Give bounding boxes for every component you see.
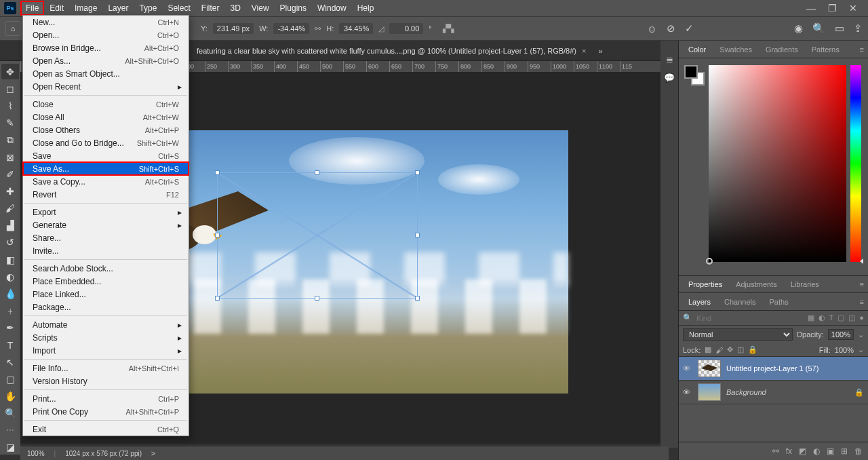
file-menu-close[interactable]: CloseCtrl+W (23, 98, 189, 111)
healing-brush-tool-icon[interactable]: ✚ (1, 183, 19, 199)
transform-handle[interactable] (215, 233, 220, 237)
layer-row[interactable]: 👁 Background 🔒 (679, 381, 868, 404)
frame-tool-icon[interactable]: ⊠ (1, 149, 19, 165)
menu-window[interactable]: Window (312, 1, 352, 16)
file-menu-export[interactable]: Export▸ (23, 206, 189, 218)
file-menu-print[interactable]: Print...Ctrl+P (23, 392, 189, 405)
chevron-down-icon[interactable]: ⌄ (858, 345, 864, 354)
filter-pixel-icon[interactable]: ▦ (808, 313, 814, 322)
color-cursor[interactable] (706, 258, 713, 265)
menu-plugins[interactable]: Plugins (275, 1, 312, 16)
y-value[interactable]: 231.49 px (213, 23, 254, 34)
window-minimize-icon[interactable]: — (806, 3, 816, 14)
layer-thumbnail[interactable] (698, 383, 721, 401)
close-tab-icon[interactable]: × (582, 47, 586, 55)
file-menu-package[interactable]: Package... (23, 301, 189, 313)
crop-tool-icon[interactable]: ⧉ (1, 132, 19, 148)
layer-row[interactable]: 👁 Untitled project-Layer 1 (57) (679, 357, 868, 381)
transform-handle[interactable] (315, 296, 319, 301)
panel-menu-icon[interactable]: ≡ (860, 298, 864, 306)
lock-transparency-icon[interactable]: ▩ (705, 345, 711, 354)
panel-menu-icon[interactable]: ≡ (860, 45, 864, 54)
path-select-tool-icon[interactable]: ↖ (1, 354, 19, 370)
menu-view[interactable]: View (246, 1, 275, 16)
transform-handle[interactable] (315, 170, 319, 175)
visibility-toggle-icon[interactable]: 👁 (683, 364, 692, 372)
eraser-tool-icon[interactable]: ◧ (1, 252, 19, 267)
comments-panel-icon[interactable]: 💬 (664, 73, 675, 83)
h-value[interactable]: 34.45% (339, 23, 373, 34)
file-menu-place-embedded[interactable]: Place Embedded... (23, 275, 189, 288)
filter-smart-icon[interactable]: ◫ (848, 313, 855, 322)
history-panel-icon[interactable]: ≣ (666, 54, 673, 64)
tab-libraries[interactable]: Libraries (785, 277, 825, 291)
opacity-value[interactable]: 100% (828, 329, 854, 340)
home-icon[interactable]: ⌂ (5, 21, 20, 36)
layer-name[interactable]: Background (726, 388, 849, 396)
file-menu-save-a-copy[interactable]: Save a Copy...Alt+Ctrl+S (23, 175, 189, 188)
file-menu-file-info[interactable]: File Info...Alt+Shift+Ctrl+I (23, 362, 189, 375)
file-menu-open-recent[interactable]: Open Recent▸ (23, 80, 189, 93)
tab-patterns[interactable]: Patterns (806, 43, 845, 56)
chevron-right-icon[interactable]: > (151, 450, 155, 457)
color-picker[interactable] (679, 58, 868, 275)
file-menu-browse-in-bridge[interactable]: Browse in Bridge...Alt+Ctrl+O (23, 41, 189, 54)
lock-artboard-icon[interactable]: ◫ (737, 345, 744, 354)
tab-adjustments[interactable]: Adjustments (730, 277, 783, 291)
search-icon[interactable]: 🔍 (812, 22, 825, 35)
color-field[interactable] (709, 65, 846, 262)
layer-style-icon[interactable]: fx (786, 446, 792, 456)
file-menu-new[interactable]: New...Ctrl+N (23, 16, 189, 28)
fill-value[interactable]: 100% (835, 346, 854, 354)
adjustment-layer-icon[interactable]: ◐ (813, 446, 820, 456)
group-icon[interactable]: ▣ (827, 446, 834, 456)
file-menu-revert[interactable]: RevertF12 (23, 188, 189, 201)
tab-swatches[interactable]: Swatches (714, 43, 757, 56)
cloud-user-icon[interactable]: ◉ (794, 22, 803, 35)
link-layers-icon[interactable]: ⚯ (772, 446, 779, 456)
filter-type-icon[interactable]: T (829, 313, 834, 322)
file-menu-version-history[interactable]: Version History (23, 375, 189, 387)
menu-layer[interactable]: Layer (102, 1, 134, 16)
history-brush-tool-icon[interactable]: ↺ (1, 235, 19, 250)
menu-type[interactable]: Type (134, 1, 162, 16)
tab-overflow-icon[interactable]: » (598, 47, 602, 55)
menu-edit[interactable]: Edit (44, 1, 69, 16)
menu-image[interactable]: Image (69, 1, 102, 16)
file-menu-open-as-smart-object[interactable]: Open as Smart Object... (23, 67, 189, 80)
tab-channels[interactable]: Channels (719, 295, 761, 309)
window-restore-icon[interactable]: ❐ (828, 3, 837, 14)
foreground-color-swatch[interactable] (684, 65, 698, 79)
file-menu-save-as[interactable]: Save As...Shift+Ctrl+S (23, 162, 189, 175)
layer-mask-icon[interactable]: ◩ (799, 446, 806, 456)
commit-transform-icon[interactable]: ✓ (685, 22, 694, 35)
edit-toolbar-icon[interactable]: ⋯ (6, 423, 14, 438)
lasso-tool-icon[interactable]: ⌇ (1, 98, 19, 113)
puppet-icon[interactable]: ☺ (647, 23, 657, 35)
file-menu-generate[interactable]: Generate▸ (23, 218, 189, 231)
visibility-toggle-icon[interactable]: 👁 (683, 388, 692, 396)
tab-color[interactable]: Color (683, 43, 711, 56)
chevron-down-icon[interactable]: ⌄ (858, 330, 864, 339)
rotation-value[interactable]: 0.00 (389, 23, 423, 34)
transform-handle[interactable] (215, 170, 220, 175)
file-menu-import[interactable]: Import▸ (23, 344, 189, 357)
link-icon[interactable]: ⚯ (315, 24, 321, 33)
move-tool-icon[interactable]: ✥ (1, 64, 19, 79)
file-menu-invite[interactable]: Invite... (23, 244, 189, 257)
file-menu-open[interactable]: Open...Ctrl+O (23, 28, 189, 41)
file-menu-print-one-copy[interactable]: Print One CopyAlt+Shift+Ctrl+P (23, 405, 189, 418)
brush-tool-icon[interactable]: 🖌 (1, 201, 19, 216)
menu-select[interactable]: Select (162, 1, 195, 16)
type-tool-icon[interactable]: T (1, 337, 19, 353)
transform-handle[interactable] (415, 233, 420, 237)
hand-tool-icon[interactable]: ✋ (1, 389, 19, 404)
file-menu-exit[interactable]: ExitCtrl+Q (23, 423, 189, 436)
filter-shape-icon[interactable]: ▢ (837, 313, 844, 322)
file-menu-scripts[interactable]: Scripts▸ (23, 331, 189, 344)
color-swap-icon[interactable]: ◪ (1, 439, 19, 455)
transform-handle[interactable] (415, 296, 420, 301)
tab-paths[interactable]: Paths (764, 295, 794, 309)
transform-handle[interactable] (415, 170, 420, 175)
filter-adjust-icon[interactable]: ◐ (818, 313, 825, 322)
